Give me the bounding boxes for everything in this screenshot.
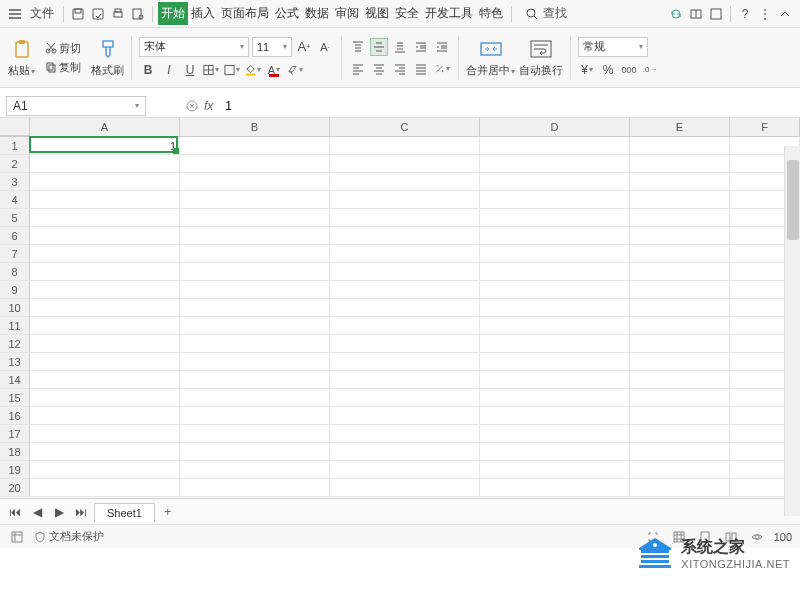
cell[interactable] <box>180 227 330 245</box>
row-header[interactable]: 17 <box>0 425 30 443</box>
underline-icon[interactable]: U <box>181 61 199 79</box>
cell[interactable] <box>30 353 180 371</box>
increase-font-icon[interactable]: A+ <box>295 38 313 56</box>
align-top-icon[interactable] <box>349 38 367 56</box>
clear-format-icon[interactable] <box>286 61 304 79</box>
cell[interactable] <box>30 281 180 299</box>
cell[interactable] <box>30 371 180 389</box>
cell[interactable] <box>330 371 480 389</box>
save-as-icon[interactable] <box>89 5 107 23</box>
cell[interactable] <box>630 209 730 227</box>
row-header[interactable]: 16 <box>0 407 30 425</box>
cell[interactable] <box>30 299 180 317</box>
cell[interactable] <box>330 425 480 443</box>
cell[interactable] <box>30 335 180 353</box>
cell[interactable] <box>630 353 730 371</box>
row-header[interactable]: 4 <box>0 191 30 209</box>
select-all-corner[interactable] <box>0 118 30 136</box>
row-header[interactable]: 20 <box>0 479 30 497</box>
row-header[interactable]: 2 <box>0 155 30 173</box>
cell[interactable] <box>330 209 480 227</box>
cell[interactable] <box>480 335 630 353</box>
decrease-font-icon[interactable]: A- <box>316 38 334 56</box>
row-header[interactable]: 15 <box>0 389 30 407</box>
cell[interactable] <box>180 371 330 389</box>
cell[interactable] <box>480 299 630 317</box>
cell[interactable] <box>330 461 480 479</box>
sheet-nav-first-icon[interactable]: ⏮ <box>6 503 24 521</box>
row-header[interactable]: 13 <box>0 353 30 371</box>
cell[interactable]: 1 <box>30 137 180 155</box>
paste-button[interactable]: 粘贴 <box>8 37 35 78</box>
cell[interactable] <box>330 191 480 209</box>
cell[interactable] <box>330 227 480 245</box>
row-header[interactable]: 6 <box>0 227 30 245</box>
cell[interactable] <box>480 137 630 155</box>
column-header[interactable]: E <box>630 118 730 136</box>
save-icon[interactable] <box>69 5 87 23</box>
cell[interactable] <box>180 173 330 191</box>
cell[interactable] <box>330 335 480 353</box>
hamburger-icon[interactable] <box>6 5 24 23</box>
cell[interactable] <box>330 407 480 425</box>
cell[interactable] <box>330 263 480 281</box>
cell[interactable] <box>180 209 330 227</box>
help-icon[interactable]: ? <box>736 5 754 23</box>
row-header[interactable]: 10 <box>0 299 30 317</box>
cell[interactable] <box>630 443 730 461</box>
cell[interactable] <box>30 461 180 479</box>
cell[interactable] <box>630 227 730 245</box>
file-menu[interactable]: 文件 <box>26 3 58 24</box>
cell[interactable] <box>480 263 630 281</box>
cut-button[interactable]: 剪切 <box>42 40 84 57</box>
sheet-nav-next-icon[interactable]: ▶ <box>50 503 68 521</box>
cell[interactable] <box>480 425 630 443</box>
cell[interactable] <box>30 155 180 173</box>
cell[interactable] <box>480 371 630 389</box>
cell[interactable] <box>330 173 480 191</box>
cell[interactable] <box>30 209 180 227</box>
cell[interactable] <box>180 425 330 443</box>
fill-color-icon[interactable] <box>244 61 262 79</box>
cell[interactable] <box>180 479 330 497</box>
cell[interactable] <box>480 173 630 191</box>
cell[interactable] <box>30 263 180 281</box>
cell[interactable] <box>30 479 180 497</box>
cell[interactable] <box>480 353 630 371</box>
cell[interactable] <box>630 245 730 263</box>
print-icon[interactable] <box>109 5 127 23</box>
cell[interactable] <box>180 245 330 263</box>
cell[interactable] <box>480 461 630 479</box>
formula-input[interactable] <box>219 99 719 113</box>
cell[interactable] <box>480 209 630 227</box>
font-size-select[interactable]: 11▾ <box>252 37 292 57</box>
column-header[interactable]: C <box>330 118 480 136</box>
tab-data[interactable]: 数据 <box>302 2 332 25</box>
bold-icon[interactable]: B <box>139 61 157 79</box>
align-justify-icon[interactable] <box>412 60 430 78</box>
cell[interactable] <box>330 281 480 299</box>
row-header[interactable]: 19 <box>0 461 30 479</box>
border-icon[interactable] <box>202 61 220 79</box>
tab-special[interactable]: 特色 <box>476 2 506 25</box>
cell[interactable] <box>480 407 630 425</box>
align-middle-icon[interactable] <box>370 38 388 56</box>
window-icon[interactable] <box>707 5 725 23</box>
row-header[interactable]: 7 <box>0 245 30 263</box>
tab-devtools[interactable]: 开发工具 <box>422 2 476 25</box>
row-header[interactable]: 11 <box>0 317 30 335</box>
italic-icon[interactable]: I <box>160 61 178 79</box>
cell[interactable] <box>630 281 730 299</box>
cell[interactable] <box>180 353 330 371</box>
more-icon[interactable]: ⋮ <box>756 5 774 23</box>
cell[interactable] <box>30 425 180 443</box>
auto-wrap-button[interactable]: 自动换行 <box>519 37 563 78</box>
sheet-nav-prev-icon[interactable]: ◀ <box>28 503 46 521</box>
cell[interactable] <box>180 299 330 317</box>
name-box[interactable]: A1▾ <box>6 96 146 116</box>
status-mode-icon[interactable] <box>8 528 26 546</box>
tab-insert[interactable]: 插入 <box>188 2 218 25</box>
cell[interactable] <box>480 227 630 245</box>
sheet-tab[interactable]: Sheet1 <box>94 503 155 522</box>
cell[interactable] <box>180 137 330 155</box>
